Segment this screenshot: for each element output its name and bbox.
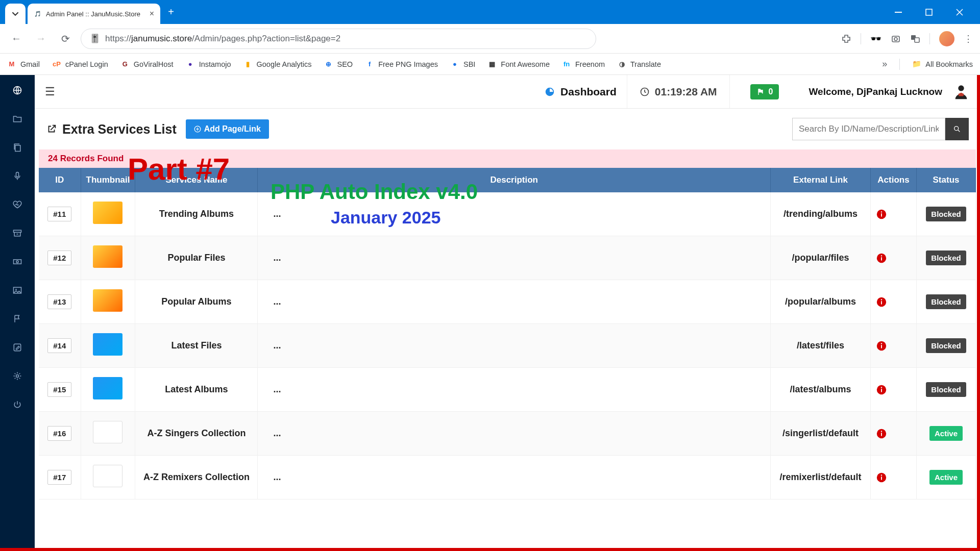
sidenav-folder-icon[interactable] xyxy=(12,114,22,124)
user-avatar-icon[interactable] xyxy=(952,83,970,101)
tab-title: Admin Panel :: JanuMusic.Store xyxy=(46,10,140,18)
menu-icon[interactable]: ⋮ xyxy=(964,33,973,44)
cell-external-link[interactable]: /latest/files xyxy=(771,324,871,368)
svg-point-25 xyxy=(881,255,882,256)
sidenav-copy-icon[interactable] xyxy=(12,142,22,153)
thumbnail-image[interactable] xyxy=(93,377,122,399)
search-button[interactable] xyxy=(945,118,969,140)
sidenav-archive-icon[interactable] xyxy=(12,228,22,238)
bookmark-item[interactable]: ●Instamojo xyxy=(186,60,231,69)
sidenav-power-icon[interactable] xyxy=(12,399,22,410)
bookmark-item[interactable]: cPcPanel Login xyxy=(52,60,108,69)
hamburger-button[interactable]: ☰ xyxy=(45,85,55,98)
info-icon[interactable] xyxy=(876,296,911,308)
info-icon[interactable] xyxy=(876,428,911,439)
bookmark-label: GoViralHost xyxy=(134,60,174,68)
thumbnail-image[interactable] xyxy=(93,333,122,356)
th-actions[interactable]: Actions xyxy=(871,168,917,192)
bookmark-item[interactable]: ▮Google Analytics xyxy=(243,60,312,69)
extensions-icon[interactable] xyxy=(841,34,851,44)
browser-tab-active[interactable]: 🎵 Admin Panel :: JanuMusic.Store × xyxy=(28,4,160,24)
bookmark-item[interactable]: ⊕SEO xyxy=(324,60,353,69)
sidenav-pencil-icon[interactable] xyxy=(12,342,22,353)
window-close-button[interactable] xyxy=(944,0,975,24)
status-badge[interactable]: Blocked xyxy=(926,251,966,265)
all-bookmarks-button[interactable]: 📁All Bookmarks xyxy=(912,60,973,68)
browser-toolbar: ← → ⟳ 🎚️ https:// janumusic.store /Admin… xyxy=(0,24,980,54)
th-id[interactable]: ID xyxy=(39,168,81,192)
thumbnail-image[interactable] xyxy=(93,421,122,443)
bookmark-icon: ▮ xyxy=(243,60,253,69)
bookmark-item[interactable]: fnFreenom xyxy=(562,60,605,69)
profile-avatar[interactable] xyxy=(939,31,954,46)
reload-button[interactable]: ⟳ xyxy=(56,30,75,48)
site-info-icon[interactable]: 🎚️ xyxy=(89,33,100,44)
sidenav-mic-icon[interactable] xyxy=(12,171,22,181)
cell-description: ... xyxy=(258,280,771,324)
bookmark-item[interactable]: ▦Font Awesome xyxy=(487,60,550,69)
sidenav-heart-icon[interactable] xyxy=(12,199,22,210)
info-icon[interactable] xyxy=(876,340,911,352)
search-icon xyxy=(953,125,961,133)
search-input[interactable] xyxy=(792,118,945,140)
thumbnail-image[interactable] xyxy=(93,465,122,487)
back-button[interactable]: ← xyxy=(7,30,26,48)
page-header: Extra Services List Add Page/Link xyxy=(35,109,980,149)
status-badge[interactable]: Active xyxy=(929,470,963,485)
tab-close-button[interactable]: × xyxy=(150,9,154,18)
thumbnail-image[interactable] xyxy=(93,202,122,224)
cell-external-link[interactable]: /popular/files xyxy=(771,236,871,280)
bookmark-item[interactable]: GGoViralHost xyxy=(120,60,174,69)
add-page-button[interactable]: Add Page/Link xyxy=(186,119,269,139)
status-badge[interactable]: Blocked xyxy=(926,338,966,353)
bookmark-label: Google Analytics xyxy=(257,60,312,68)
thumbnail-image[interactable] xyxy=(93,245,122,268)
status-badge[interactable]: Active xyxy=(929,426,963,441)
translate-icon[interactable] xyxy=(910,34,920,44)
tab-search-button[interactable] xyxy=(5,4,26,24)
th-external-link[interactable]: External Link xyxy=(771,168,871,192)
new-tab-button[interactable]: + xyxy=(162,4,180,21)
cell-external-link[interactable]: /popular/albums xyxy=(771,280,871,324)
cell-service-name: Popular Files xyxy=(135,236,258,280)
bookmark-item[interactable]: fFree PNG Images xyxy=(365,60,438,69)
bookmarks-overflow-button[interactable]: » xyxy=(882,59,887,69)
cell-external-link[interactable]: /singerlist/default xyxy=(771,412,871,456)
dashboard-link[interactable]: Dashboard xyxy=(544,86,617,98)
bookmark-item[interactable]: ◑Translate xyxy=(617,60,661,69)
th-thumbnail[interactable]: Thumbnail xyxy=(81,168,135,192)
cell-external-link[interactable]: /remixerlist/default xyxy=(771,456,871,499)
row-id-badge: #15 xyxy=(47,382,71,397)
info-icon[interactable] xyxy=(876,472,911,483)
sidenav-image-icon[interactable] xyxy=(12,285,22,295)
bookmark-item[interactable]: MGmail xyxy=(7,60,40,69)
forward-button[interactable]: → xyxy=(32,30,50,48)
lens-icon[interactable] xyxy=(891,34,901,44)
bookmark-icon: ⊕ xyxy=(324,60,333,69)
sidenav-gear-icon[interactable] xyxy=(12,371,22,381)
status-badge[interactable]: Blocked xyxy=(926,382,966,397)
svg-point-28 xyxy=(881,299,882,300)
sidenav-flag-icon[interactable] xyxy=(12,314,22,324)
info-icon[interactable] xyxy=(876,384,911,395)
svg-point-15 xyxy=(16,375,19,378)
incognito-icon[interactable]: 🕶️ xyxy=(870,33,881,44)
cell-external-link[interactable]: /trending/albums xyxy=(771,192,871,236)
th-status[interactable]: Status xyxy=(917,168,976,192)
address-bar[interactable]: 🎚️ https:// janumusic.store /Admin/pages… xyxy=(81,29,596,49)
window-maximize-button[interactable] xyxy=(914,0,944,24)
info-icon[interactable] xyxy=(876,209,911,220)
thumbnail-image[interactable] xyxy=(93,289,122,312)
notifications-badge[interactable]: 0 xyxy=(750,84,779,99)
bookmark-label: Font Awesome xyxy=(501,60,550,68)
bookmark-icon: fn xyxy=(562,60,571,69)
sidenav-globe-icon[interactable] xyxy=(12,85,22,95)
cell-description: ... xyxy=(258,412,771,456)
bookmark-item[interactable]: ●SBI xyxy=(450,60,475,69)
cell-external-link[interactable]: /latest/albums xyxy=(771,368,871,412)
status-badge[interactable]: Blocked xyxy=(926,207,966,221)
sidenav-money-icon[interactable] xyxy=(12,257,22,267)
info-icon[interactable] xyxy=(876,253,911,264)
window-minimize-button[interactable] xyxy=(883,0,914,24)
status-badge[interactable]: Blocked xyxy=(926,294,966,309)
